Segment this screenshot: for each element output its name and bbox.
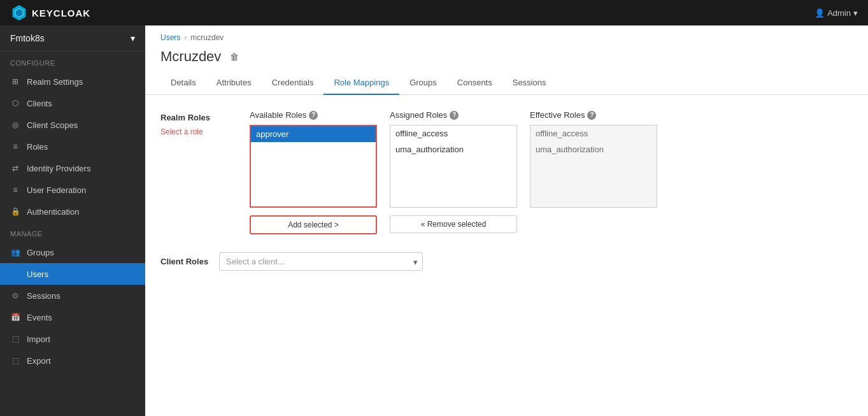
user-federation-icon: ≡ (10, 185, 20, 195)
tab-consents[interactable]: Consents (447, 71, 502, 95)
sidebar-item-client-scopes[interactable]: ◎ Client Scopes (0, 114, 145, 136)
authentication-icon: 🔒 (10, 206, 20, 217)
admin-chevron: ▾ (853, 8, 858, 18)
effective-roles-info-icon: ? (587, 111, 596, 120)
sidebar-item-users[interactable]: 👤 Users (0, 263, 145, 285)
sidebar-item-user-federation[interactable]: ≡ User Federation (0, 179, 145, 201)
sidebar-item-clients[interactable]: ⬡ Clients (0, 92, 145, 114)
tab-details[interactable]: Details (160, 71, 206, 95)
sidebar-item-sessions[interactable]: ⊙ Sessions (0, 285, 145, 306)
sidebar-item-export[interactable]: ⬚ Export (0, 350, 145, 371)
sidebar-item-events[interactable]: 📅 Events (0, 306, 145, 328)
sidebar: Fmtok8s ▾ Configure ⊞ Realm Settings ⬡ C… (0, 25, 145, 416)
tab-groups[interactable]: Groups (399, 71, 447, 95)
realm-chevron: ▾ (131, 33, 135, 43)
role-mappings-content: Realm Roles Select a role Available Role… (145, 95, 868, 286)
manage-section-title: Manage (0, 222, 145, 241)
tabs-bar: Details Attributes Credentials Role Mapp… (145, 71, 868, 95)
events-icon: 📅 (10, 312, 20, 322)
admin-icon: 👤 (815, 8, 825, 18)
effective-roles-listbox: offline_access uma_authorization (530, 125, 657, 208)
breadcrumb-separator: › (184, 33, 187, 42)
sidebar-item-identity-providers[interactable]: ⇄ Identity Providers (0, 157, 145, 179)
sidebar-item-label: Authentication (27, 207, 79, 217)
sidebar-item-label: Export (27, 356, 51, 366)
sidebar-item-realm-settings[interactable]: ⊞ Realm Settings (0, 71, 145, 92)
available-roles-info-icon: ? (309, 111, 318, 120)
keycloak-logo-icon (10, 4, 28, 22)
assigned-role-offline-access[interactable]: offline_access (390, 126, 516, 141)
sessions-icon: ⊙ (10, 290, 20, 301)
effective-roles-col: Effective Roles ? offline_access uma_aut… (530, 110, 657, 208)
assigned-roles-col: Assigned Roles ? offline_access uma_auth… (390, 110, 517, 233)
sidebar-item-groups[interactable]: 👥 Groups (0, 241, 145, 263)
groups-icon: 👥 (10, 247, 20, 257)
import-icon: ⬚ (10, 334, 20, 344)
assigned-role-uma-authorization[interactable]: uma_authorization (390, 141, 516, 157)
sidebar-item-label: Identity Providers (27, 164, 90, 173)
tab-credentials[interactable]: Credentials (262, 71, 324, 95)
content-area: Users › mcruzdev Mcruzdev 🗑 Details Attr… (145, 25, 868, 416)
client-roles-row: Client Roles Select a client... (160, 252, 853, 271)
effective-roles-label: Effective Roles ? (530, 110, 657, 120)
realm-roles-label: Realm Roles (160, 113, 237, 122)
tab-sessions[interactable]: Sessions (502, 71, 557, 95)
breadcrumb: Users › mcruzdev (145, 25, 868, 42)
users-icon: 👤 (10, 269, 20, 279)
breadcrumb-parent-link[interactable]: Users (160, 33, 180, 42)
available-role-approver[interactable]: approver (251, 126, 376, 142)
sidebar-item-label: Clients (27, 99, 52, 108)
available-roles-listbox[interactable]: approver (250, 125, 377, 208)
admin-menu[interactable]: 👤 Admin ▾ (815, 8, 858, 18)
sidebar-item-roles[interactable]: ≡ Roles (0, 136, 145, 157)
navbar: KEYCLOAK 👤 Admin ▾ (0, 0, 868, 25)
brand-name: KEYCLOAK (32, 8, 90, 18)
client-scopes-icon: ◎ (10, 120, 20, 130)
delete-user-button[interactable]: 🗑 (227, 49, 241, 64)
assigned-roles-label: Assigned Roles ? (390, 110, 517, 120)
identity-providers-icon: ⇄ (10, 163, 20, 173)
client-select[interactable]: Select a client... (219, 252, 423, 271)
add-selected-button[interactable]: Add selected > (250, 215, 377, 234)
tab-attributes[interactable]: Attributes (206, 71, 262, 95)
available-roles-col: Available Roles ? approver Add selected … (250, 110, 377, 234)
assigned-roles-listbox[interactable]: offline_access uma_authorization (390, 125, 517, 208)
configure-section-title: Configure (0, 52, 145, 71)
breadcrumb-current: mcruzdev (190, 33, 224, 42)
roles-icon: ≡ (10, 141, 20, 152)
remove-selected-button[interactable]: « Remove selected (390, 215, 517, 233)
sidebar-item-label: Roles (27, 142, 48, 152)
brand: KEYCLOAK (10, 4, 90, 22)
realm-name: Fmtok8s (10, 33, 45, 43)
sidebar-item-label: Import (27, 334, 50, 344)
realm-roles-label-col: Realm Roles Select a role (160, 110, 237, 136)
sidebar-item-label: Events (27, 313, 52, 322)
effective-role-uma-authorization: uma_authorization (530, 141, 657, 157)
effective-role-offline-access: offline_access (530, 126, 657, 141)
sidebar-item-label: User Federation (27, 185, 86, 195)
page-header: Mcruzdev 🗑 (145, 42, 868, 65)
sidebar-item-label: Realm Settings (27, 77, 83, 87)
available-roles-label: Available Roles ? (250, 110, 377, 120)
sidebar-item-label: Sessions (27, 291, 60, 301)
export-icon: ⬚ (10, 355, 20, 366)
assigned-roles-info-icon: ? (450, 111, 459, 120)
clients-icon: ⬡ (10, 98, 20, 108)
page-title: Mcruzdev (160, 48, 221, 65)
select-a-role-label: Select a role (160, 127, 237, 136)
sidebar-item-label: Groups (27, 248, 54, 257)
realm-settings-icon: ⊞ (10, 76, 20, 87)
realm-selector[interactable]: Fmtok8s ▾ (0, 25, 145, 52)
sidebar-item-label: Client Scopes (27, 120, 78, 130)
admin-label: Admin (827, 8, 851, 18)
client-roles-label: Client Roles (160, 257, 211, 266)
sidebar-item-label: Users (27, 269, 48, 279)
realm-roles-section: Realm Roles Select a role Available Role… (160, 110, 853, 234)
sidebar-item-authentication[interactable]: 🔒 Authentication (0, 201, 145, 222)
tab-role-mappings[interactable]: Role Mappings (324, 71, 399, 95)
client-select-wrapper: Select a client... (219, 252, 423, 271)
sidebar-item-import[interactable]: ⬚ Import (0, 328, 145, 350)
